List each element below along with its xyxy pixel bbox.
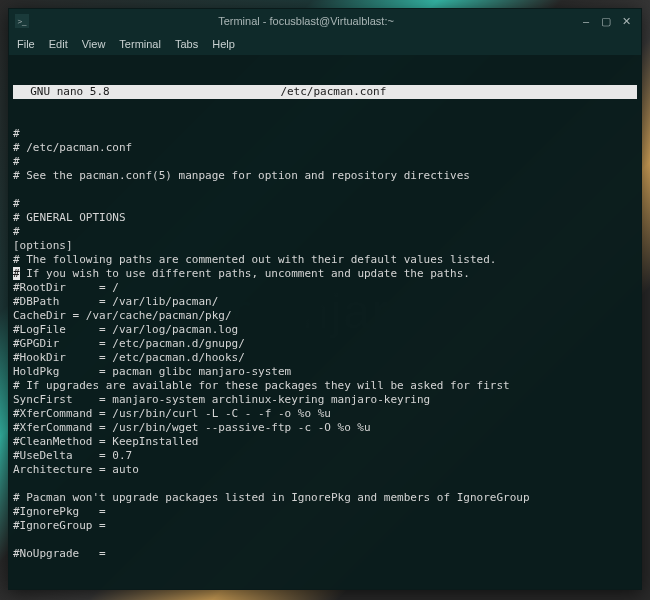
editor-line[interactable]: # /etc/pacman.conf [13, 141, 637, 155]
editor-line[interactable] [13, 183, 637, 197]
maximize-button[interactable]: ▢ [597, 13, 615, 29]
editor-line[interactable]: # [13, 197, 637, 211]
nano-filename: /etc/pacman.conf [110, 85, 557, 99]
editor-line[interactable] [13, 477, 637, 491]
editor-line[interactable]: [options] [13, 239, 637, 253]
editor-line[interactable]: #NoUpgrade = [13, 547, 637, 561]
editor-line[interactable]: # [13, 155, 637, 169]
window-title: Terminal - focusblast@Virtualblast:~ [37, 15, 575, 27]
editor-line[interactable]: SyncFirst = manjaro-system archlinux-key… [13, 393, 637, 407]
editor-line[interactable] [13, 533, 637, 547]
editor-line[interactable]: # If upgrades are available for these pa… [13, 379, 637, 393]
titlebar[interactable]: >_ Terminal - focusblast@Virtualblast:~ … [9, 9, 641, 33]
menu-edit[interactable]: Edit [49, 38, 68, 50]
editor-line[interactable]: #RootDir = / [13, 281, 637, 295]
menu-view[interactable]: View [82, 38, 106, 50]
editor-line[interactable]: CacheDir = /var/cache/pacman/pkg/ [13, 309, 637, 323]
editor-line[interactable]: #IgnorePkg = [13, 505, 637, 519]
editor-line[interactable]: #DBPath = /var/lib/pacman/ [13, 295, 637, 309]
terminal-app-icon: >_ [15, 14, 29, 28]
editor-line[interactable]: # [13, 127, 637, 141]
menu-terminal[interactable]: Terminal [119, 38, 161, 50]
editor-line[interactable]: # Pacman won't upgrade packages listed i… [13, 491, 637, 505]
editor-line[interactable]: #CleanMethod = KeepInstalled [13, 435, 637, 449]
editor-line[interactable]: #XferCommand = /usr/bin/wget --passive-f… [13, 421, 637, 435]
menu-tabs[interactable]: Tabs [175, 38, 198, 50]
editor-line[interactable]: # GENERAL OPTIONS [13, 211, 637, 225]
menu-help[interactable]: Help [212, 38, 235, 50]
editor-line[interactable]: #IgnoreGroup = [13, 519, 637, 533]
editor-line[interactable]: # See the pacman.conf(5) manpage for opt… [13, 169, 637, 183]
minimize-button[interactable]: – [577, 13, 595, 29]
nano-version: GNU nano 5.8 [13, 85, 110, 99]
editor-line[interactable]: Architecture = auto [13, 463, 637, 477]
terminal-window: >_ Terminal - focusblast@Virtualblast:~ … [8, 8, 642, 590]
editor-line[interactable]: #HookDir = /etc/pacman.d/hooks/ [13, 351, 637, 365]
editor-line[interactable]: # The following paths are commented out … [13, 253, 637, 267]
menubar[interactable]: File Edit View Terminal Tabs Help [9, 33, 641, 55]
editor-line[interactable]: # If you wish to use different paths, un… [13, 267, 637, 281]
editor-line[interactable]: #UseDelta = 0.7 [13, 449, 637, 463]
nano-titlebar: GNU nano 5.8 /etc/pacman.conf [13, 85, 637, 99]
editor-line[interactable]: # [13, 225, 637, 239]
close-button[interactable]: ✕ [617, 13, 635, 29]
terminal-viewport[interactable]: GNU nano 5.8 /etc/pacman.conf ## /etc/pa… [9, 55, 641, 589]
editor-line[interactable]: #GPGDir = /etc/pacman.d/gnupg/ [13, 337, 637, 351]
editor-line[interactable]: HoldPkg = pacman glibc manjaro-system [13, 365, 637, 379]
editor-body[interactable]: ## /etc/pacman.conf## See the pacman.con… [13, 127, 637, 561]
editor-line[interactable]: #LogFile = /var/log/pacman.log [13, 323, 637, 337]
editor-line[interactable]: #XferCommand = /usr/bin/curl -L -C - -f … [13, 407, 637, 421]
menu-file[interactable]: File [17, 38, 35, 50]
